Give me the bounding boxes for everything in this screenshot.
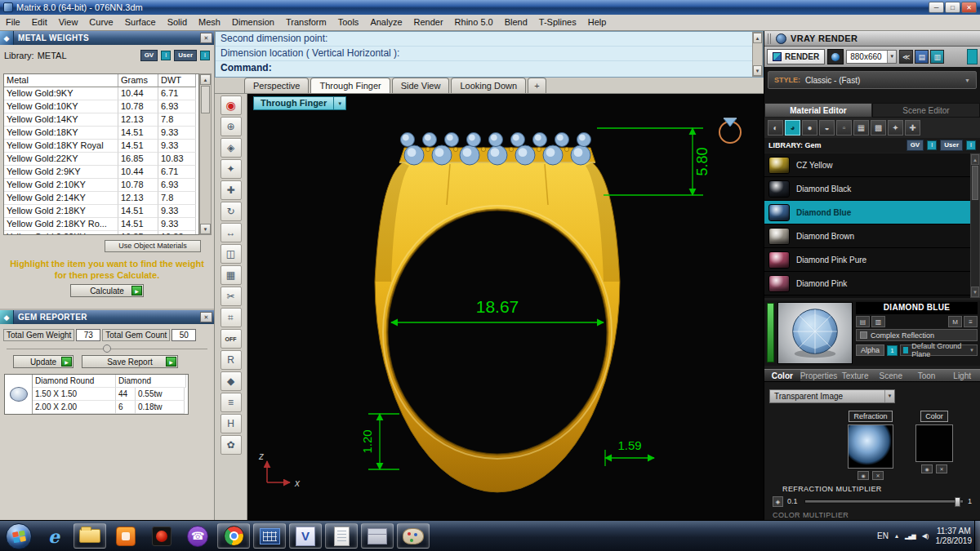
show-desktop-button[interactable] bbox=[974, 521, 980, 551]
mirror-icon[interactable]: ◫ bbox=[220, 244, 242, 264]
network-icon[interactable]: ▂▄▆ bbox=[905, 533, 915, 540]
material-checker-icon[interactable]: ▦ bbox=[853, 120, 869, 136]
menu-mesh[interactable]: Mesh bbox=[193, 15, 226, 30]
measure-app-icon[interactable]: V bbox=[289, 523, 322, 549]
material-diamond-brown[interactable]: Diamond Brown bbox=[764, 224, 970, 248]
user-pin-icon[interactable]: I bbox=[200, 51, 210, 60]
table-row[interactable]: Yellow Gold 2:18KY Ro...14.519.33 bbox=[4, 218, 198, 231]
layout-grid-icon[interactable]: ▤ bbox=[915, 50, 929, 64]
tray-expand-icon[interactable]: ▴ bbox=[895, 532, 898, 540]
menu-help[interactable]: Help bbox=[582, 15, 612, 30]
menu-surface[interactable]: Surface bbox=[119, 15, 162, 30]
language-indicator[interactable]: EN bbox=[877, 531, 889, 540]
material-grid-icon[interactable]: ▩ bbox=[871, 120, 886, 136]
tab-properties[interactable]: Properties bbox=[800, 370, 838, 381]
material-droplet-icon[interactable]: ◕ bbox=[785, 120, 800, 136]
command-scrollbar[interactable]: ▲ ▼ bbox=[752, 32, 763, 77]
alpha-value[interactable]: 1 bbox=[887, 345, 898, 356]
tab-material-editor[interactable]: Material Editor bbox=[764, 103, 872, 118]
style-dropdown[interactable]: STYLE: Classic - (Fast) ▼ bbox=[768, 71, 977, 89]
menu-solid[interactable]: Solid bbox=[162, 15, 193, 30]
calculate-button[interactable]: Calculate ▶ bbox=[70, 284, 144, 297]
table-row[interactable]: Yellow Gold:9KY10.446.71 bbox=[4, 87, 198, 100]
chevron-down-icon[interactable]: ▼ bbox=[964, 78, 970, 83]
scale-icon[interactable]: ↔ bbox=[220, 223, 242, 242]
slider-thumb[interactable] bbox=[955, 497, 960, 507]
archive-app-icon[interactable] bbox=[361, 523, 394, 549]
scroll-down-icon[interactable]: ▼ bbox=[753, 65, 762, 76]
metal-table-scrollbar[interactable]: ▲ ▼ bbox=[199, 73, 212, 235]
tab-new[interactable]: + bbox=[528, 78, 546, 93]
scroll-up-icon[interactable]: ▲ bbox=[971, 154, 979, 165]
gv-button[interactable]: GV bbox=[140, 50, 158, 61]
render-tools-icon[interactable]: ✿ bbox=[220, 435, 242, 455]
clear-icon[interactable]: ✕ bbox=[936, 464, 947, 473]
table-row[interactable]: Yellow Gold 2:9KY10.446.71 bbox=[4, 166, 198, 179]
trim-icon[interactable]: ✂ bbox=[220, 287, 242, 306]
tab-scene[interactable]: Scene bbox=[873, 370, 909, 381]
complex-reflection-bar[interactable]: Complex Reflection bbox=[856, 329, 978, 341]
gumball-icon[interactable]: ◈ bbox=[220, 138, 242, 158]
tab-toon[interactable]: Toon bbox=[909, 370, 945, 381]
viewport-title-dropdown[interactable]: Through Finger ▼ bbox=[253, 96, 346, 110]
tab-scene-editor[interactable]: Scene Editor bbox=[872, 103, 980, 118]
menu-rhino-5-0[interactable]: Rhino 5.0 bbox=[449, 15, 499, 30]
material-diamond-black[interactable]: Diamond Black bbox=[764, 177, 970, 201]
table-row[interactable]: Yellow Gold:10KY10.786.93 bbox=[4, 100, 198, 113]
gem-row[interactable]: 2.00 X 2.0060.18tw bbox=[33, 401, 188, 414]
material-diamond-blue[interactable]: Diamond Blue bbox=[764, 201, 970, 224]
tab-through-finger[interactable]: Through Finger bbox=[310, 78, 390, 93]
gv-pin-icon[interactable]: I bbox=[927, 140, 937, 150]
tab-perspective[interactable]: Perspective bbox=[244, 78, 309, 93]
command-prompt[interactable]: Command: bbox=[216, 61, 763, 76]
material-diffuse-icon[interactable]: ◐ bbox=[768, 120, 783, 136]
map-type-dropdown[interactable]: Transparent Image ▼ bbox=[769, 389, 895, 403]
material-sphere-icon[interactable]: ● bbox=[802, 120, 817, 136]
table-row[interactable]: Yellow Gold 2:22KY16.8510.83 bbox=[4, 231, 198, 235]
panel-handle[interactable] bbox=[967, 49, 978, 64]
media-app-icon[interactable] bbox=[145, 523, 178, 549]
menu-file[interactable]: File bbox=[0, 15, 26, 30]
refraction-swatch[interactable] bbox=[848, 424, 893, 469]
history-toggle-icon[interactable]: H bbox=[220, 414, 242, 433]
material-list-scrollbar[interactable]: ▲ ▼ bbox=[970, 153, 980, 298]
chrome-icon[interactable] bbox=[217, 523, 250, 549]
orbit-view-icon[interactable]: ⊕ bbox=[220, 117, 242, 136]
apply-material-bar[interactable] bbox=[767, 303, 774, 362]
menu-analyze[interactable]: Analyze bbox=[364, 15, 408, 30]
clock[interactable]: 11:37 AM 1/28/2019 bbox=[936, 527, 973, 546]
material-star-icon[interactable]: ✦ bbox=[888, 120, 903, 136]
tab-side-view[interactable]: Side View bbox=[392, 78, 450, 93]
maximize-button[interactable]: □ bbox=[945, 2, 960, 13]
gv-pin-icon[interactable]: I bbox=[161, 51, 171, 60]
user-button[interactable]: User bbox=[940, 140, 963, 151]
close-panel-icon[interactable]: ✕ bbox=[200, 33, 212, 43]
rewind-icon[interactable]: ≪ bbox=[899, 50, 913, 64]
material-half-icon[interactable]: ◒ bbox=[819, 120, 835, 136]
gem-loader-icon[interactable]: ◆ bbox=[220, 371, 242, 391]
chevron-down-icon[interactable]: ▼ bbox=[884, 390, 894, 402]
record-history-icon[interactable]: ◉ bbox=[220, 96, 242, 115]
chevron-down-icon[interactable]: ▼ bbox=[334, 96, 346, 110]
menu-render[interactable]: Render bbox=[408, 15, 449, 30]
divider-knob[interactable] bbox=[103, 344, 111, 353]
render-button[interactable]: RENDER bbox=[767, 49, 825, 64]
move-icon[interactable]: ✚ bbox=[220, 180, 242, 200]
tab-color[interactable]: Color bbox=[764, 370, 800, 381]
scroll-thumb[interactable] bbox=[201, 86, 210, 113]
table-row[interactable]: Yellow Gold:22KY16.8510.83 bbox=[4, 153, 198, 166]
array-icon[interactable]: ▦ bbox=[220, 265, 242, 285]
snap-grid-icon[interactable]: ⌗ bbox=[220, 308, 242, 327]
clear-icon[interactable]: ✕ bbox=[872, 471, 884, 480]
close-panel-icon[interactable]: ✕ bbox=[200, 312, 212, 322]
slider-options-icon[interactable]: ◈ bbox=[773, 496, 783, 507]
record-toggle-icon[interactable]: R bbox=[220, 350, 242, 370]
menu-transform[interactable]: Transform bbox=[280, 15, 332, 30]
user-pin-icon[interactable]: I bbox=[966, 140, 976, 150]
orange-app-icon[interactable] bbox=[109, 523, 142, 549]
paint-app-icon[interactable] bbox=[397, 523, 430, 549]
tab-texture[interactable]: Texture bbox=[837, 370, 873, 381]
menu-view[interactable]: View bbox=[53, 15, 84, 30]
rotate-icon[interactable]: ↻ bbox=[220, 202, 242, 221]
gv-button[interactable]: GV bbox=[906, 140, 924, 151]
